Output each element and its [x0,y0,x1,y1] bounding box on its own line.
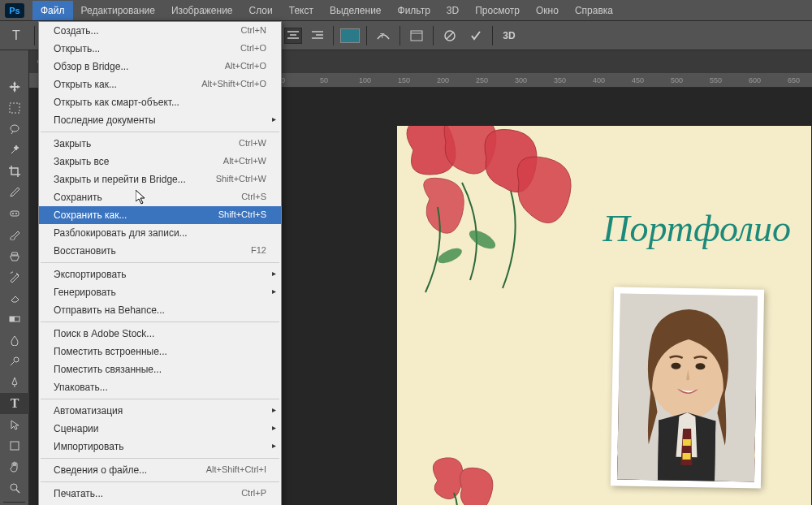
photo-frame [611,287,764,488]
ruler-mark: 100 [359,76,371,84]
menu-3d[interactable]: 3D [438,1,467,20]
menu-item[interactable]: Закрыть всеAlt+Ctrl+W [39,153,281,170]
menu-item-label: Сценарии [54,423,98,434]
shape-tool[interactable] [0,435,29,456]
menu-item[interactable]: Разблокировать для записи... [39,224,281,242]
warp-text-button[interactable]: T [374,26,393,45]
crop-tool[interactable] [0,161,29,182]
lasso-tool[interactable] [0,119,29,140]
menu-item[interactable]: Обзор в Bridge...Alt+Ctrl+O [39,58,281,76]
menu-item[interactable]: Открыть как смарт-объект... [39,93,281,111]
menu-фильтр[interactable]: Фильтр [390,1,438,20]
menu-item[interactable]: Сохранить как...Shift+Ctrl+S [39,206,281,224]
menu-текст[interactable]: Текст [281,1,322,20]
move-tool[interactable] [0,76,29,97]
menu-просмотр[interactable]: Просмотр [467,1,528,20]
menu-item[interactable]: Поместить связанные... [39,360,281,378]
menu-item[interactable]: Открыть...Ctrl+O [39,40,281,58]
menu-item-label: Сведения о файле... [54,464,147,476]
svg-rect-11 [10,317,15,322]
menu-item[interactable]: Закрыть и перейти в Bridge...Shift+Ctrl+… [39,170,281,188]
menu-item-shortcut: Ctrl+S [241,192,266,203]
menu-item-label: Печатать... [54,488,103,499]
menu-item[interactable]: Последние документы [39,111,281,129]
pen-tool[interactable] [0,372,29,393]
flower-graphic-2 [413,448,511,505]
menu-item[interactable]: Экспортировать [39,265,281,283]
portrait-photo [617,294,758,482]
type-tool-indicator: T [5,25,28,46]
menu-item-label: Отправить на Behance... [54,304,165,316]
document-canvas[interactable]: Портфолио [397,126,811,505]
blur-tool[interactable] [0,330,29,351]
hand-tool[interactable] [0,456,29,477]
history-brush-tool[interactable] [0,266,29,287]
menu-изображение[interactable]: Изображение [163,1,241,20]
menu-item-shortcut: Ctrl+W [239,138,266,149]
character-panel-button[interactable] [407,26,426,45]
menu-item-label: Последние документы [54,114,156,126]
healing-brush-tool[interactable] [0,203,29,224]
menu-справка[interactable]: Справка [567,1,621,20]
menu-item[interactable]: Упаковать... [39,378,281,396]
align-right-button[interactable] [309,28,326,44]
menu-item[interactable]: Автоматизация [39,402,281,420]
text-color-swatch[interactable] [340,28,360,43]
menu-item-label: Открыть... [54,43,100,54]
tools-panel: T ⋯ [0,50,29,505]
magic-wand-tool[interactable] [0,140,29,161]
menu-item[interactable]: СохранитьCtrl+S [39,188,281,206]
ruler-mark: 350 [554,76,566,84]
svg-point-8 [12,213,14,214]
divider [366,26,367,45]
menu-item[interactable]: Отправить на Behance... [39,301,281,319]
clone-stamp-tool[interactable] [0,245,29,266]
app-logo: Ps [5,3,24,18]
menu-separator [41,458,279,459]
menu-item[interactable]: Сведения о файле...Alt+Shift+Ctrl+I [39,461,281,479]
eraser-tool[interactable] [0,287,29,309]
zoom-tool[interactable] [0,477,29,499]
menu-item-label: Импортировать [54,441,123,452]
align-center-button[interactable] [284,28,302,44]
menu-item-label: Открыть как... [54,79,117,90]
marquee-tool[interactable] [0,97,29,119]
menu-item[interactable]: Поиск в Adobe Stock... [39,325,281,343]
menu-окно[interactable]: Окно [528,1,567,20]
eyedropper-tool[interactable] [0,182,29,203]
brush-tool[interactable] [0,224,29,245]
menu-item[interactable]: Печатать...Ctrl+P [39,485,281,503]
menu-item[interactable]: Импортировать [39,438,281,455]
menu-item-shortcut: Shift+Ctrl+W [216,174,266,185]
menu-item-shortcut: F12 [251,245,266,257]
menu-separator [41,481,279,482]
menu-item-label: Сохранить [54,192,102,203]
svg-rect-7 [11,211,19,216]
menu-файл[interactable]: Файл [32,1,73,20]
dodge-tool[interactable] [0,351,29,372]
3d-button[interactable]: 3D [499,26,518,45]
menu-item-label: Упаковать... [54,382,108,393]
menu-item[interactable]: ВосстановитьF12 [39,242,281,260]
path-selection-tool[interactable] [0,414,29,435]
type-tool[interactable]: T [0,393,29,414]
menu-item[interactable]: Поместить встроенные... [39,343,281,360]
cancel-button[interactable] [440,26,460,45]
gradient-tool[interactable] [0,309,29,330]
menu-item[interactable]: ЗакрытьCtrl+W [39,135,281,153]
menu-separator [41,132,279,132]
menu-item-label: Разблокировать для записи... [54,227,188,239]
menu-item[interactable]: Сценарии [39,420,281,438]
menu-item[interactable]: Создать...Ctrl+N [39,22,281,40]
menu-item[interactable]: Открыть как...Alt+Shift+Ctrl+O [39,76,281,93]
commit-button[interactable] [466,26,486,45]
menu-item[interactable]: Генерировать [39,283,281,301]
ruler-mark: 500 [671,76,683,84]
menu-item-label: Поместить встроенные... [54,346,167,357]
menu-слои[interactable]: Слои [241,1,281,20]
menu-item-label: Сохранить как... [54,209,127,221]
menu-редактирование[interactable]: Редактирование [73,1,163,20]
menu-item-shortcut: Ctrl+N [241,25,266,37]
menu-выделение[interactable]: Выделение [322,1,390,20]
svg-line-4 [447,32,453,39]
